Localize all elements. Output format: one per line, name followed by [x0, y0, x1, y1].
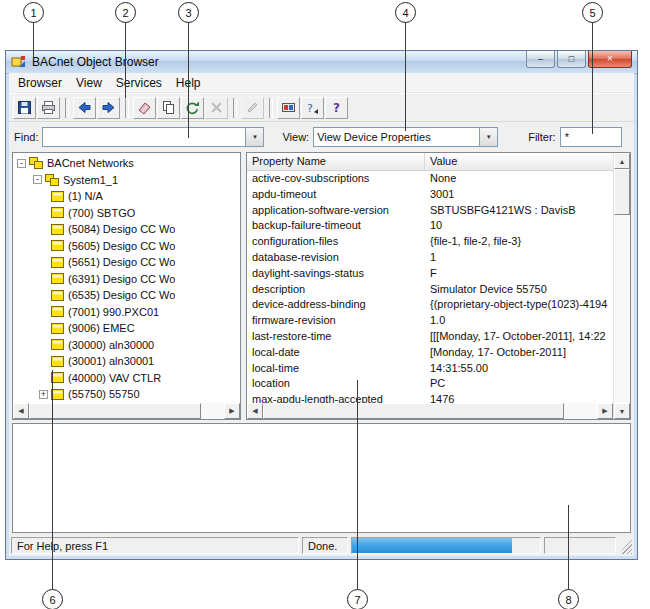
expand-expander-icon[interactable]: + — [39, 390, 48, 399]
tree-item[interactable]: (5605) Desigo CC Wo — [13, 238, 240, 255]
context-help-icon: ? — [305, 100, 320, 115]
tree-item[interactable]: (6391) Desigo CC Wo — [13, 271, 240, 288]
callout-line-7 — [357, 380, 358, 589]
network-icon — [29, 157, 43, 169]
device-icon — [51, 240, 64, 251]
scrollbar-track[interactable] — [263, 403, 597, 419]
callout-7: 7 — [347, 589, 368, 609]
property-row[interactable]: device-address-binding{(proprietary-obje… — [247, 297, 613, 313]
progress-fill — [352, 538, 512, 553]
tree-item-label: (30001) aln30001 — [68, 355, 154, 367]
tree-item[interactable]: (1) N/A — [13, 188, 240, 205]
tree-horizontal-scrollbar[interactable]: ◀ ▶ — [13, 403, 240, 419]
tree-item[interactable]: (9006) EMEC — [13, 320, 240, 337]
scroll-down-icon[interactable]: ▼ — [614, 403, 630, 419]
scroll-up-icon[interactable]: ▲ — [614, 153, 630, 169]
back-button[interactable] — [73, 97, 96, 119]
property-row[interactable]: application-software-versionSBTUSBFG4121… — [247, 203, 613, 219]
tree-item[interactable]: (30001) aln30001 — [13, 353, 240, 370]
tree-item[interactable]: - System1_1 — [13, 172, 240, 189]
property-row[interactable]: descriptionSimulator Device 55750 — [247, 282, 613, 298]
maximize-button[interactable]: □ — [557, 51, 586, 68]
property-row[interactable]: database-revision1 — [247, 250, 613, 266]
tree-item[interactable]: (700) SBTGO — [13, 205, 240, 222]
screenshot-stage: 1 2 3 4 5 6 7 8 BACnet Object Browser – … — [0, 0, 650, 609]
callout-2: 2 — [115, 2, 136, 23]
tree-item-label: (700) SBTGO — [68, 207, 135, 219]
view-value: View Device Properties — [314, 128, 479, 146]
tree-item[interactable]: (7001) 990.PXC01 — [13, 304, 240, 321]
clear-button[interactable] — [133, 97, 156, 119]
window-title: BACnet Object Browser — [32, 55, 159, 69]
menu-view[interactable]: View — [69, 74, 109, 92]
context-help-button[interactable]: ? — [301, 97, 324, 119]
scrollbar-thumb[interactable] — [29, 403, 201, 419]
scroll-left-icon[interactable]: ◀ — [247, 403, 263, 419]
app-icon[interactable] — [11, 54, 27, 70]
collapse-expander-icon[interactable]: - — [17, 159, 26, 168]
edit-button[interactable] — [241, 97, 264, 119]
print-button[interactable] — [37, 97, 60, 119]
back-arrow-icon — [77, 100, 92, 115]
property-row[interactable]: local-time14:31:55.00 — [247, 361, 613, 377]
tree-item[interactable]: - BACnet Networks — [13, 155, 240, 172]
scrollbar-track[interactable] — [614, 169, 630, 403]
property-pane: Property Name Value active-cov-subscript… — [246, 152, 631, 420]
property-row[interactable]: local-date[Monday, 17- October-2011] — [247, 345, 613, 361]
tree-item[interactable]: (5651) Desigo CC Wo — [13, 254, 240, 271]
view-dropdown-arrow-icon[interactable]: ▼ — [479, 128, 497, 146]
delete-x-icon — [209, 100, 224, 115]
property-row[interactable]: configuration-files{file-1, file-2, file… — [247, 234, 613, 250]
scrollbar-track[interactable] — [29, 403, 224, 419]
close-button[interactable]: × — [588, 51, 632, 68]
scrollbar-thumb[interactable] — [614, 169, 630, 215]
property-row[interactable]: daylight-savings-statusF — [247, 266, 613, 282]
filter-input[interactable]: * — [560, 127, 622, 147]
scroll-left-icon[interactable]: ◀ — [13, 403, 29, 419]
tree-item[interactable]: (6535) Desigo CC Wo — [13, 287, 240, 304]
property-horizontal-scrollbar[interactable]: ◀ ▶ — [247, 403, 613, 419]
property-row[interactable]: last-restore-time[[[Monday, 17- October-… — [247, 329, 613, 345]
property-value: 3001 — [425, 187, 613, 203]
tree-item[interactable]: (5084) Desigo CC Wo — [13, 221, 240, 238]
scrollbar-thumb[interactable] — [263, 403, 564, 419]
property-row[interactable]: active-cov-subscriptionsNone — [247, 171, 613, 187]
scroll-right-icon[interactable]: ▶ — [224, 403, 240, 419]
save-button[interactable] — [13, 97, 36, 119]
toolbar: ? ? — [9, 93, 634, 122]
property-name: description — [247, 282, 425, 298]
callout-line-6 — [52, 370, 53, 589]
tree-item[interactable]: (40000) VAV CTLR — [13, 370, 240, 387]
find-combobox[interactable]: ▼ — [42, 127, 264, 147]
tree-item[interactable]: (30000) aln30000 — [13, 337, 240, 354]
column-header-property-name[interactable]: Property Name — [247, 153, 425, 170]
menu-services[interactable]: Services — [109, 74, 169, 92]
callout-3: 3 — [178, 2, 199, 23]
tree-item-label: (30000) aln30000 — [68, 339, 154, 351]
tree-item[interactable]: + (55750) 55750 — [13, 386, 240, 403]
property-row[interactable]: apdu-timeout3001 — [247, 187, 613, 203]
print-icon — [41, 100, 56, 115]
property-vertical-scrollbar[interactable]: ▲ ▼ — [613, 153, 630, 419]
forward-button[interactable] — [97, 97, 120, 119]
find-dropdown-arrow-icon[interactable]: ▼ — [245, 128, 263, 146]
property-row[interactable]: max-apdu-length-accepted1476 — [247, 392, 613, 403]
collapse-expander-icon[interactable]: - — [33, 175, 42, 184]
scroll-right-icon[interactable]: ▶ — [597, 403, 613, 419]
property-row[interactable]: locationPC — [247, 376, 613, 392]
filter-label: Filter: — [528, 131, 556, 143]
property-row[interactable]: firmware-revision1.0 — [247, 313, 613, 329]
svg-text:?: ? — [333, 101, 340, 115]
help-button[interactable]: ? — [325, 97, 348, 119]
menu-browser[interactable]: Browser — [11, 74, 69, 92]
save-icon — [17, 100, 32, 115]
delete-button[interactable] — [205, 97, 228, 119]
resize-grip[interactable] — [619, 537, 632, 554]
property-row[interactable]: backup-failure-timeout10 — [247, 218, 613, 234]
refresh-button[interactable] — [181, 97, 204, 119]
copy-button[interactable] — [157, 97, 180, 119]
column-header-value[interactable]: Value — [425, 153, 613, 170]
minimize-button[interactable]: – — [526, 51, 555, 68]
view-label: View: — [282, 131, 309, 143]
device-button[interactable] — [277, 97, 300, 119]
